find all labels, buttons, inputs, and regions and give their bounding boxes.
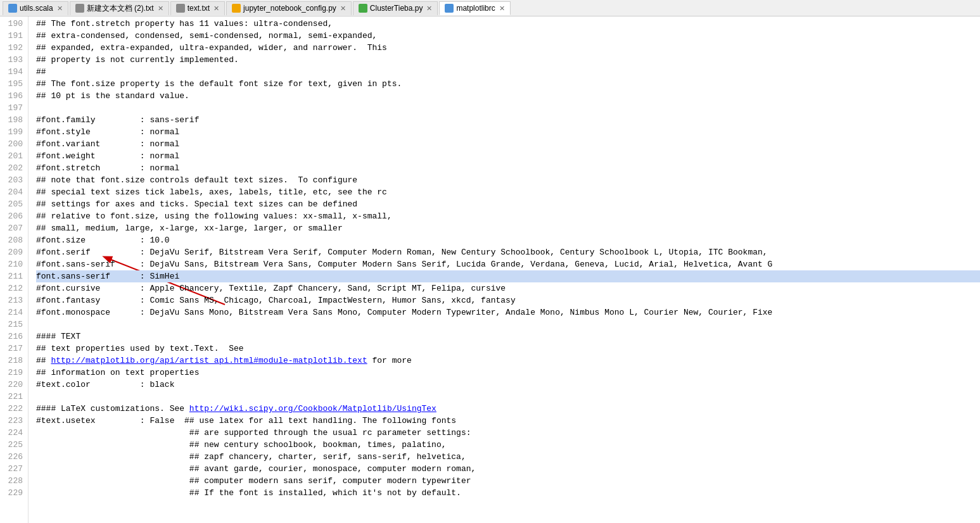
code-line-215	[36, 318, 980, 331]
code-line-224: ## are supported through the usual rc pa…	[36, 427, 980, 439]
code-line-220: #text.color : black	[36, 379, 980, 391]
code-line-219: ## information on text properties	[36, 367, 980, 379]
code-line-193: ## property is not currently implemented…	[36, 54, 980, 66]
code-line-200: #font.variant : normal	[36, 138, 980, 150]
code-line-214: #font.monospace : DejaVu Sans Mono, Bits…	[36, 306, 980, 318]
code-line-217: ## text properties used by text.Text. Se…	[36, 343, 980, 355]
code-line-212: #font.cursive : Apple Chancery, Textile,…	[36, 282, 980, 294]
tab-matplotlibrc-label: matplotlibrc	[456, 4, 495, 13]
code-line-209: #font.serif : DejaVu Serif, Bitstream Ve…	[36, 246, 980, 258]
editor: 1901911921931941951961971981992002012022…	[0, 16, 980, 523]
code-line-207: ## small, medium, large, x-large, xx-lar…	[36, 222, 980, 234]
tab-new-txt-2-label: 新建文本文档 (2).txt	[87, 3, 154, 14]
tab-text-txt-close[interactable]: ✕	[213, 4, 219, 13]
code-line-192: ## expanded, extra-expanded, ultra-expan…	[36, 42, 980, 54]
tab-matplotlibrc-close[interactable]: ✕	[499, 4, 505, 13]
tab-cluster-tieba-close[interactable]: ✕	[426, 4, 432, 13]
code-line-206: ## relative to font.size, using the foll…	[36, 210, 980, 222]
code-line-216: #### TEXT	[36, 331, 980, 343]
tab-cluster-tieba[interactable]: ClusterTieba.py ✕	[353, 1, 438, 15]
code-line-227: ## avant garde, courier, monospace, comp…	[36, 463, 980, 475]
cluster-icon	[359, 4, 367, 13]
line-numbers: 1901911921931941951961971981992002012022…	[0, 16, 29, 523]
code-line-194: ##	[36, 66, 980, 78]
tab-matplotlibrc[interactable]: matplotlibrc ✕	[439, 1, 510, 15]
code-line-196: ## 10 pt is the standard value.	[36, 90, 980, 102]
code-line-218: ## http://matplotlib.org/api/artist_api.…	[36, 355, 980, 367]
scala-icon	[8, 4, 17, 13]
tab-utils-scala-close[interactable]: ✕	[57, 4, 63, 13]
tab-text-txt-label: text.txt	[188, 4, 210, 13]
txt-icon-2	[176, 4, 185, 13]
scipy-cookbook-link[interactable]: http://wiki.scipy.org/Cookbook/Matplotli…	[189, 404, 436, 413]
code-line-221	[36, 391, 980, 403]
code-line-226: ## zapf chancery, charter, serif, sans-s…	[36, 451, 980, 463]
code-line-222: #### LaTeX customizations. See http://wi…	[36, 403, 980, 415]
code-line-195: ## The font.size property is the default…	[36, 78, 980, 90]
code-line-225: ## new century schoolbook, bookman, time…	[36, 439, 980, 451]
code-line-229: ## If the font is installed, which it's …	[36, 487, 980, 499]
code-line-204: ## special text sizes tick labels, axes,…	[36, 186, 980, 198]
code-line-223: #text.usetex : False ## use latex for al…	[36, 415, 980, 427]
code-line-211: font.sans-serif : SimHei	[36, 270, 980, 282]
tab-bar: utils.scala ✕ 新建文本文档 (2).txt ✕ text.txt …	[0, 0, 980, 16]
tab-jupyter-config-close[interactable]: ✕	[340, 4, 346, 13]
code-line-210: #font.sans-serif : DejaVu Sans, Bitstrea…	[36, 258, 980, 270]
matplotlibrc-icon	[445, 4, 454, 13]
tab-jupyter-config[interactable]: jupyter_notebook_config.py ✕	[226, 1, 352, 15]
tab-text-txt[interactable]: text.txt ✕	[170, 1, 225, 15]
code-line-198: #font.family : sans-serif	[36, 114, 980, 126]
code-line-197	[36, 102, 980, 114]
code-line-190: ## The font.stretch property has 11 valu…	[36, 18, 980, 30]
tab-cluster-tieba-label: ClusterTieba.py	[370, 4, 423, 13]
matplotlib-api-link[interactable]: http://matplotlib.org/api/artist_api.htm…	[51, 356, 367, 365]
code-line-213: #font.fantasy : Comic Sans MS, Chicago, …	[36, 294, 980, 306]
code-line-228: ## computer modern sans serif, computer …	[36, 475, 980, 487]
txt-icon-1	[75, 4, 84, 13]
tab-utils-scala[interactable]: utils.scala ✕	[3, 1, 68, 15]
py-icon-1	[232, 4, 241, 13]
code-line-199: #font.style : normal	[36, 126, 980, 138]
code-line-208: #font.size : 10.0	[36, 234, 980, 246]
code-line-205: ## settings for axes and ticks. Special …	[36, 198, 980, 210]
code-line-203: ## note that font.size controls default …	[36, 174, 980, 186]
tab-jupyter-config-label: jupyter_notebook_config.py	[243, 4, 336, 13]
code-line-191: ## extra-condensed, condensed, semi-cond…	[36, 30, 980, 42]
tab-new-txt-2-close[interactable]: ✕	[158, 4, 163, 13]
tab-utils-scala-label: utils.scala	[20, 4, 53, 13]
code-content[interactable]: ## The font.stretch property has 11 valu…	[29, 16, 980, 523]
tab-new-txt-2[interactable]: 新建文本文档 (2).txt ✕	[70, 1, 169, 15]
code-line-202: #font.stretch : normal	[36, 162, 980, 174]
code-line-201: #font.weight : normal	[36, 150, 980, 162]
